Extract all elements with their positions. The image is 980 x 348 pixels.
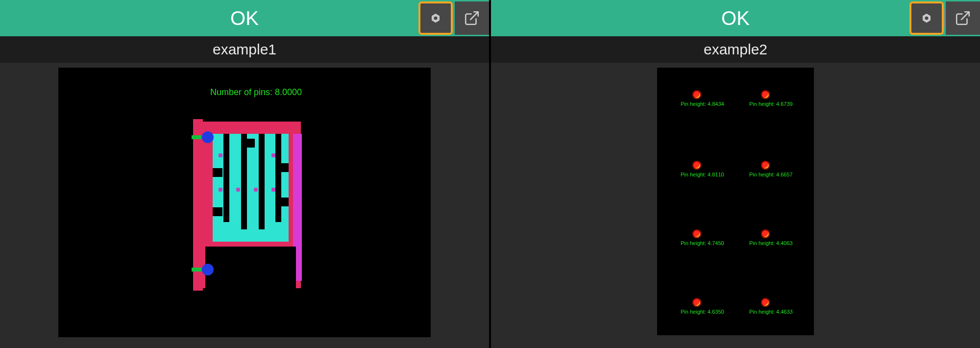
- pin: [761, 161, 770, 170]
- divider: [944, 9, 945, 27]
- external-link-icon: [464, 10, 480, 26]
- status-label: OK: [721, 7, 750, 29]
- pin-label: Pin height: 4.6657: [749, 172, 793, 177]
- pin-label: Pin height: 4.4063: [749, 240, 793, 246]
- gear-icon: [427, 9, 444, 27]
- pane-title: example1: [0, 36, 489, 63]
- pin: [761, 90, 770, 99]
- pin-label: Pin height: 4.8110: [681, 172, 724, 177]
- pin-label: Pin height: 4.4633: [749, 309, 793, 315]
- canvas-area[interactable]: Pin height: 4.8434 Pin height: 4.6739 Pi…: [491, 63, 980, 348]
- pin: [692, 229, 701, 238]
- knob: [202, 131, 214, 143]
- pane-title: example2: [491, 36, 980, 63]
- pin-label: Pin height: 4.6739: [749, 101, 793, 107]
- settings-button[interactable]: [418, 1, 453, 35]
- pin: [761, 229, 770, 238]
- result-pane-1: OK example1: [0, 0, 491, 348]
- svg-point-1: [433, 16, 438, 21]
- tab: [192, 135, 201, 139]
- result-image: Pin height: 4.8434 Pin height: 4.6739 Pi…: [657, 68, 814, 335]
- pin: [692, 90, 701, 99]
- pcb-body: [198, 122, 301, 288]
- pin-label: Pin height: 4.7450: [681, 240, 724, 246]
- popout-button[interactable]: [455, 1, 489, 35]
- pin: [692, 298, 701, 307]
- pin: [692, 161, 701, 170]
- settings-button[interactable]: [909, 1, 944, 35]
- svg-line-2: [470, 12, 478, 20]
- svg-line-5: [961, 12, 969, 20]
- tab: [192, 268, 201, 272]
- pin: [761, 298, 770, 307]
- status-bar: OK: [491, 0, 980, 36]
- split-view: OK example1: [0, 0, 980, 348]
- gear-icon: [918, 9, 935, 27]
- pin-label: Pin height: 4.8434: [681, 101, 724, 107]
- popout-button[interactable]: [946, 1, 980, 35]
- result-pane-2: OK example2: [491, 0, 980, 348]
- status-bar-actions: [418, 0, 489, 36]
- divider: [453, 9, 454, 27]
- status-bar: OK: [0, 0, 489, 36]
- pin-label: Pin height: 4.6350: [681, 309, 724, 315]
- status-label: OK: [230, 7, 259, 29]
- knob: [202, 264, 214, 275]
- external-link-icon: [955, 10, 971, 26]
- overlay-pin-count: Number of pins: 8.0000: [210, 87, 302, 98]
- status-bar-actions: [909, 0, 980, 36]
- result-image: Number of pins: 8.0000: [58, 68, 431, 337]
- canvas-area[interactable]: Number of pins: 8.0000: [0, 63, 489, 348]
- svg-point-4: [924, 16, 929, 21]
